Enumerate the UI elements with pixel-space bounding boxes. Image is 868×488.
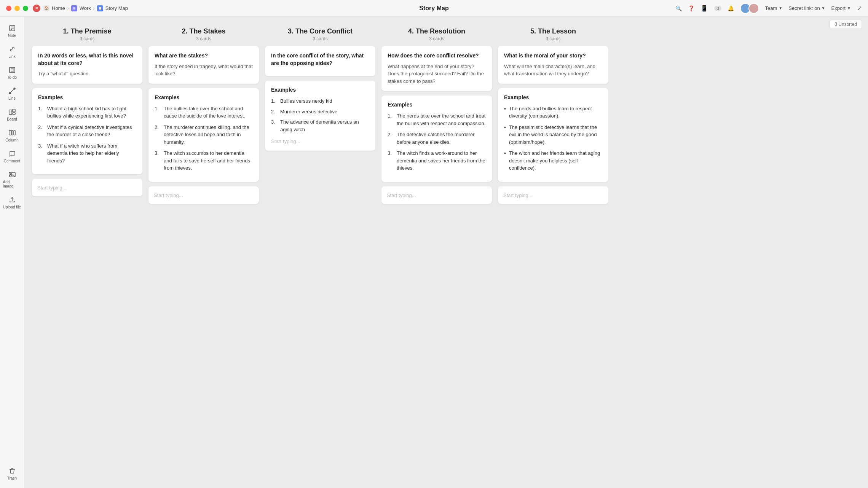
- lesson-sub: What will the main character(s) learn, a…: [504, 63, 602, 78]
- breadcrumb-work[interactable]: Work: [80, 5, 91, 11]
- list-item: What if a witch who suffers from dementi…: [38, 142, 136, 165]
- column-conflict-count: 3 cards: [265, 36, 375, 41]
- sidebar-item-add-image[interactable]: Add Image: [2, 168, 23, 191]
- resolution-input-card[interactable]: Start typing...: [381, 186, 492, 204]
- conflict-input-placeholder: Start typing...: [271, 138, 300, 144]
- resolution-examples-card: Examples The nerds take over the school …: [381, 95, 492, 182]
- secret-link-button[interactable]: Secret link: on ▼: [788, 5, 825, 11]
- maximize-button[interactable]: [23, 6, 28, 11]
- column-stakes: 2. The Stakes 3 cards What are the stake…: [148, 27, 259, 204]
- premise-examples-card: Examples What if a high school kid has t…: [32, 88, 142, 175]
- conflict-examples-card: Examples Bullies versus nerdy kid Murder…: [265, 81, 375, 151]
- stakes-question: What are the stakes?: [155, 52, 253, 60]
- sidebar-note-label: Note: [8, 33, 16, 38]
- bell-icon[interactable]: 🔔: [728, 5, 734, 11]
- premise-question-card: In 20 words or less, what is this novel …: [32, 46, 142, 84]
- list-item: Bullies versus nerdy kid: [271, 97, 369, 105]
- minimize-button[interactable]: [14, 6, 20, 11]
- storymap-icon: 📋: [97, 5, 103, 11]
- list-item: The murderer continues killing, and the …: [155, 124, 253, 146]
- lesson-input-placeholder: Start typing...: [503, 192, 533, 198]
- sidebar-comment-label: Comment: [4, 159, 20, 163]
- sidebar-item-trash[interactable]: Trash: [2, 464, 23, 483]
- lesson-examples-title: Examples: [504, 94, 602, 100]
- export-button[interactable]: Export ▼: [831, 5, 851, 11]
- column-stakes-count: 3 cards: [148, 36, 259, 41]
- sidebar: Note Link To-do Line Board Column Commen…: [0, 17, 24, 488]
- sidebar-trash-label: Trash: [7, 476, 17, 480]
- sidebar-uploadfile-label: Upload file: [3, 205, 21, 209]
- list-item: The detective catches the murderer befor…: [388, 131, 486, 146]
- list-item: The bullies take over the school and cau…: [155, 105, 253, 120]
- list-item: The witch finds a work-around to her dem…: [388, 149, 486, 172]
- premise-examples-list: What if a high school kid has to fight b…: [38, 105, 136, 165]
- premise-input-card[interactable]: Start typing...: [32, 179, 142, 196]
- premise-input-placeholder: Start typing...: [37, 185, 67, 191]
- stakes-examples-title: Examples: [155, 94, 253, 100]
- sidebar-link-label: Link: [8, 54, 15, 59]
- column-premise-title: 1. The Premise: [32, 27, 142, 35]
- breadcrumb-page[interactable]: Story Map: [105, 5, 128, 11]
- stakes-question-card: What are the stakes? If the story ended …: [148, 46, 259, 84]
- list-item: Murderer versus detective: [271, 108, 369, 116]
- conflict-examples-list: Bullies versus nerdy kid Murderer versus…: [271, 97, 369, 133]
- titlebar: ✕ 🏠 Home › ▦ Work › 📋 Story Map Story Ma…: [0, 0, 868, 17]
- svg-rect-14: [9, 130, 11, 135]
- list-item: The nerds and bullies learn to respect d…: [504, 105, 602, 120]
- resolution-question: How does the core conflict resolve?: [388, 52, 486, 60]
- notification-badge[interactable]: 3: [714, 6, 721, 11]
- search-icon[interactable]: 🔍: [675, 5, 682, 11]
- team-button[interactable]: Team ▼: [765, 5, 783, 11]
- sidebar-line-label: Line: [8, 96, 16, 100]
- column-resolution-header: 4. The Resolution 3 cards: [381, 27, 492, 41]
- sidebar-item-board[interactable]: Board: [2, 105, 23, 124]
- resolution-input-placeholder: Start typing...: [387, 192, 416, 198]
- page-title: Story Map: [419, 5, 448, 12]
- avatar-group: [740, 3, 759, 14]
- sidebar-item-line[interactable]: Line: [2, 84, 23, 103]
- work-icon: ▦: [71, 5, 77, 11]
- column-lesson-header: 5. The Lesson 3 cards: [498, 27, 608, 41]
- titlebar-right: 🔍 ❓ 📱 3 🔔 Team ▼ Secret link: on ▼ Expor…: [675, 3, 862, 14]
- breadcrumb-sep1: ›: [67, 6, 69, 11]
- list-item: The pessimistic detective learns that th…: [504, 124, 602, 146]
- sidebar-item-note[interactable]: Note: [2, 21, 23, 41]
- list-item: What if a high school kid has to fight b…: [38, 105, 136, 120]
- premise-sub: Try a "what if" question.: [38, 70, 136, 78]
- breadcrumb-home[interactable]: Home: [52, 5, 65, 11]
- column-conflict-title: 3. The Core Conflict: [265, 27, 375, 35]
- column-stakes-header: 2. The Stakes 3 cards: [148, 27, 259, 41]
- help-icon[interactable]: ❓: [688, 5, 694, 11]
- premise-examples-title: Examples: [38, 94, 136, 100]
- close-button[interactable]: [6, 6, 11, 11]
- svg-point-9: [9, 92, 11, 94]
- main-content: 0 Unsorted 1. The Premise 3 cards In 20 …: [24, 17, 868, 488]
- breadcrumb: 🏠 Home › ▦ Work › 📋 Story Map: [43, 5, 128, 11]
- sidebar-item-todo[interactable]: To-do: [2, 63, 23, 83]
- column-resolution-count: 3 cards: [381, 36, 492, 41]
- lesson-examples-card: Examples The nerds and bullies learn to …: [498, 88, 608, 182]
- list-item: The nerds take over the school and treat…: [388, 112, 486, 127]
- column-premise-count: 3 cards: [32, 36, 142, 41]
- svg-rect-11: [9, 110, 12, 114]
- conflict-input-area[interactable]: Start typing...: [271, 138, 369, 145]
- lesson-input-card[interactable]: Start typing...: [498, 186, 608, 204]
- conflict-question-card: In the core conflict of the story, what …: [265, 46, 375, 76]
- resolution-examples-list: The nerds take over the school and treat…: [388, 112, 486, 172]
- column-conflict: 3. The Core Conflict 3 cards In the core…: [265, 27, 375, 204]
- sidebar-item-comment[interactable]: Comment: [2, 147, 23, 166]
- device-icon[interactable]: 📱: [700, 5, 708, 12]
- list-item: What if a cynical detective investigates…: [38, 124, 136, 138]
- svg-rect-13: [13, 113, 15, 114]
- breadcrumb-sep2: ›: [93, 6, 95, 11]
- sidebar-item-link[interactable]: Link: [2, 42, 23, 62]
- stakes-input-card[interactable]: Start typing...: [148, 186, 259, 204]
- sidebar-item-column[interactable]: Column: [2, 126, 23, 145]
- unsorted-button[interactable]: 0 Unsorted: [830, 20, 862, 29]
- app-icon: ✕: [33, 5, 40, 12]
- conflict-question: In the core conflict of the story, what …: [271, 52, 369, 67]
- column-lesson-title: 5. The Lesson: [498, 27, 608, 35]
- expand-icon[interactable]: ⤢: [857, 5, 862, 12]
- sidebar-item-upload-file[interactable]: Upload file: [2, 193, 23, 212]
- column-resolution-title: 4. The Resolution: [381, 27, 492, 35]
